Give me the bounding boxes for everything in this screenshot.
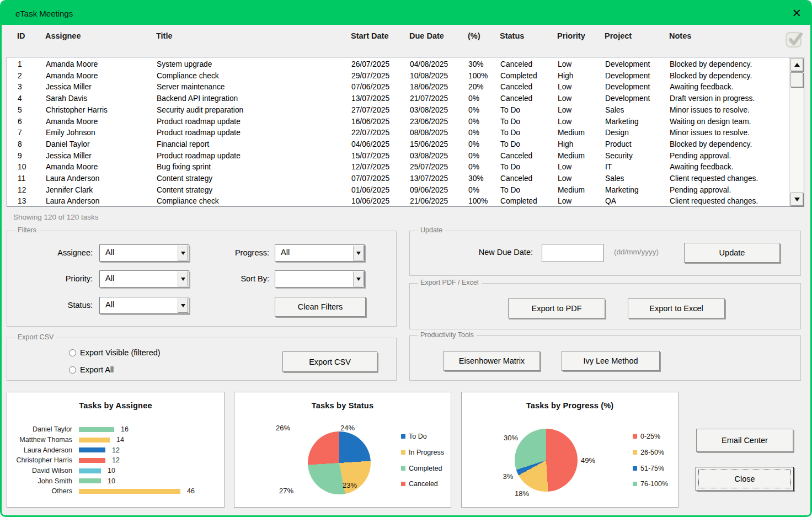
table-cell: Financial report bbox=[157, 140, 209, 148]
table-cell: Content strategy bbox=[157, 174, 212, 183]
table-cell: Compliance check bbox=[157, 72, 219, 80]
table-row[interactable]: 11Laura AndersonContent strategy07/07/20… bbox=[7, 173, 804, 185]
pie-percent-label: 30% bbox=[504, 434, 518, 442]
legend-swatch-icon bbox=[401, 482, 405, 486]
table-cell: High bbox=[558, 140, 573, 148]
bar-rect bbox=[79, 438, 110, 443]
table-cell: Development bbox=[605, 72, 650, 80]
legend-label: In Progress bbox=[409, 449, 444, 456]
table-cell: 12/07/2025 bbox=[351, 163, 389, 171]
table-cell: To Do bbox=[500, 186, 520, 194]
table-row[interactable]: 6Amanda MooreProduct roadmap update16/06… bbox=[7, 116, 804, 128]
etask-meetings-window: eTask Meetings ✕ IDAssigneeTitleStart Da… bbox=[0, 0, 812, 517]
assignee-dropdown-button[interactable] bbox=[178, 246, 188, 260]
priority-dropdown-button[interactable] bbox=[178, 271, 188, 286]
table-cell: Minor issues to resolve. bbox=[670, 106, 750, 114]
status-filter-dropdown[interactable]: All bbox=[99, 297, 189, 314]
legend-swatch-icon bbox=[401, 450, 405, 455]
export-to-pdf-button[interactable]: Export to PDF bbox=[508, 299, 605, 318]
bar-category-label: David Wilson bbox=[7, 467, 72, 475]
bar-category-label: Others bbox=[7, 487, 72, 495]
table-cell: 9 bbox=[18, 152, 22, 160]
table-row[interactable]: 12Jennifer ClarkContent strategy01/06/20… bbox=[7, 185, 804, 196]
table-row[interactable]: 2Amanda MooreCompliance check29/07/20251… bbox=[7, 71, 804, 82]
table-row[interactable]: 8Daniel TaylorFinancial report04/06/2025… bbox=[7, 139, 804, 151]
table-cell: 0% bbox=[468, 152, 479, 160]
sortby-dropdown-button[interactable] bbox=[353, 271, 364, 286]
assignee-filter-label: Assignee: bbox=[35, 248, 93, 257]
export-to-excel-button[interactable]: Export to Excel bbox=[628, 299, 725, 318]
table-cell: Product roadmap update bbox=[157, 118, 241, 126]
close-button[interactable]: Close bbox=[696, 467, 794, 491]
bar-value-label: 14 bbox=[116, 436, 124, 444]
table-cell: Draft version in progress. bbox=[670, 94, 755, 103]
table-cell: Sales bbox=[605, 106, 624, 114]
table-cell: 04/08/2025 bbox=[410, 60, 448, 68]
table-cell: Emily Johnson bbox=[46, 129, 95, 137]
focus-rect bbox=[698, 470, 791, 488]
legend-item: To Do bbox=[401, 429, 444, 445]
eisenhower-matrix-button[interactable]: Eisenhower Matrix bbox=[444, 351, 540, 371]
productivity-tools-group-label: Productivity Tools bbox=[418, 331, 477, 339]
table-cell: Marketing bbox=[605, 186, 639, 194]
table-cell: 5 bbox=[18, 106, 22, 114]
progress-dropdown-button[interactable] bbox=[353, 246, 364, 260]
status-dropdown-button[interactable] bbox=[178, 298, 188, 313]
pie-percent-label: 18% bbox=[515, 489, 529, 498]
legend-swatch-icon bbox=[633, 450, 637, 455]
table-row[interactable]: 5Christopher HarrisSecurity audit prepar… bbox=[7, 105, 804, 116]
bar-rect bbox=[79, 468, 101, 473]
table-cell: 21/06/2025 bbox=[410, 197, 448, 205]
table-cell: 23/06/2025 bbox=[410, 118, 448, 126]
table-cell: Waiting on design team. bbox=[670, 118, 751, 126]
export-csv-button[interactable]: Export CSV bbox=[282, 351, 377, 372]
table-cell: Minor issues to resolve. bbox=[670, 129, 750, 137]
pie-percent-label: 23% bbox=[343, 481, 357, 489]
close-icon[interactable]: ✕ bbox=[792, 6, 802, 20]
table-cell: Product roadmap update bbox=[157, 129, 241, 137]
pie-percent-label: 3% bbox=[503, 472, 514, 481]
clean-filters-button[interactable]: Clean Filters bbox=[275, 297, 366, 317]
update-button[interactable]: Update bbox=[684, 243, 780, 263]
table-cell: 13/07/2025 bbox=[351, 94, 389, 103]
table-row[interactable]: 3Jessica MillerServer maintenance07/06/2… bbox=[7, 82, 804, 93]
bar-chart-row: David Wilson10 bbox=[7, 466, 224, 476]
table-cell: Completed bbox=[500, 72, 537, 80]
sortby-filter-dropdown[interactable] bbox=[275, 270, 365, 287]
table-cell: 2 bbox=[18, 72, 22, 80]
table-cell: Jessica Miller bbox=[46, 83, 92, 91]
bar-category-label: Daniel Taylor bbox=[7, 425, 72, 433]
table-row[interactable]: 4Sarah DavisBackend API integration13/07… bbox=[7, 93, 804, 105]
pie-percent-label: 24% bbox=[340, 424, 355, 432]
ivy-lee-method-button[interactable]: Ivy Lee Method bbox=[562, 351, 660, 371]
table-cell: 0% bbox=[468, 140, 479, 148]
email-center-button[interactable]: Email Center bbox=[696, 429, 793, 452]
task-table[interactable]: 1Amanda MooreSystem upgrade26/07/202504/… bbox=[7, 57, 804, 207]
table-row[interactable]: 1Amanda MooreSystem upgrade26/07/202504/… bbox=[7, 59, 804, 71]
table-row[interactable]: 13Laura AndersonCompliance check10/06/20… bbox=[7, 196, 804, 207]
sortby-filter-label: Sort By: bbox=[211, 274, 269, 283]
table-cell: Canceled bbox=[500, 152, 532, 160]
export-all-radio[interactable]: Export All bbox=[69, 365, 114, 374]
priority-filter-dropdown[interactable]: All bbox=[99, 270, 189, 287]
progress-filter-dropdown[interactable]: All bbox=[275, 244, 365, 262]
table-cell: 15/07/2025 bbox=[351, 152, 389, 160]
table-cell: Client requested changes. bbox=[670, 197, 758, 205]
column-header: Notes bbox=[669, 31, 691, 40]
table-row[interactable]: 9Jessica MillerProduct roadmap update15/… bbox=[7, 151, 804, 162]
chart-title: Tasks by Status bbox=[234, 401, 451, 410]
legend-item: 26-50% bbox=[633, 445, 668, 461]
table-row[interactable]: 10Amanda MooreBug fixing sprint12/07/202… bbox=[7, 162, 804, 173]
progress-filter-label: Progress: bbox=[211, 248, 269, 257]
column-header: Start Date bbox=[351, 31, 389, 40]
table-cell: Server maintenance bbox=[157, 83, 225, 91]
assignee-filter-dropdown[interactable]: All bbox=[99, 244, 189, 262]
column-header: Due Date bbox=[409, 31, 444, 40]
new-due-date-input[interactable] bbox=[542, 244, 603, 262]
table-row[interactable]: 7Emily JohnsonProduct roadmap update22/0… bbox=[7, 127, 804, 139]
table-cell: Bug fixing sprint bbox=[157, 163, 211, 171]
chevron-down-icon bbox=[181, 252, 185, 255]
dialog-body: IDAssigneeTitleStart DateDue Date(%)Stat… bbox=[2, 25, 810, 515]
table-cell: 03/08/2025 bbox=[410, 106, 448, 114]
export-visible-radio[interactable]: Export Visible (filtered) bbox=[69, 348, 161, 357]
